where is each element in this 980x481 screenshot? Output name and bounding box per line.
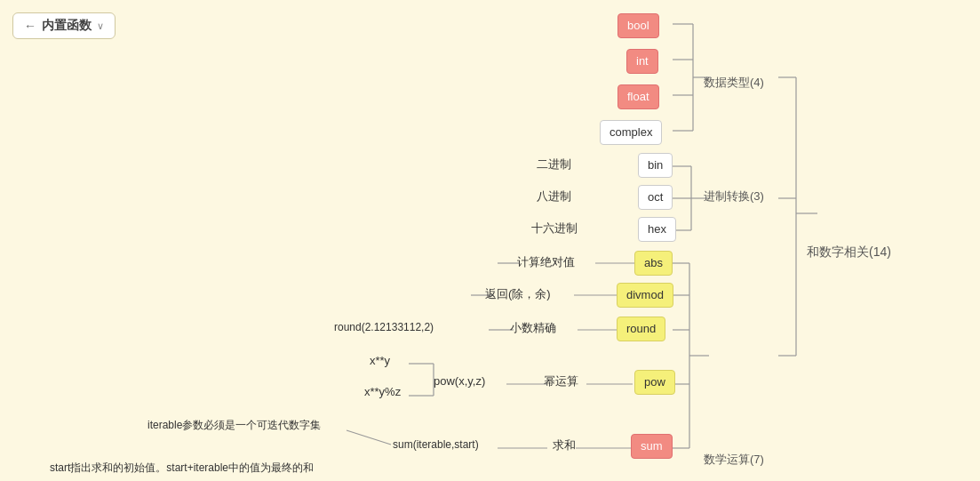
node-math-ops: 数学运算(7)	[697, 448, 771, 471]
node-sum-example: sum(iterable,start)	[387, 434, 484, 455]
node-num-related: 和数字相关(14)	[800, 240, 898, 264]
nav-bar[interactable]: ← 内置函数 ∨	[12, 12, 116, 39]
node-bool: bool	[617, 13, 659, 38]
node-iterable-note: iterable参数必须是一个可迭代数字集	[142, 414, 326, 436]
node-data-type: 数据类型(4)	[697, 71, 771, 94]
nav-title: 内置函数	[42, 18, 92, 34]
node-oct-label: 八进制	[531, 185, 577, 208]
node-divmod: divmod	[617, 283, 673, 308]
node-hex-label: 十六进制	[526, 217, 583, 240]
nav-chevron: ∨	[97, 20, 104, 32]
node-float: float	[617, 84, 659, 109]
back-icon: ←	[24, 19, 36, 33]
node-bin-label: 二进制	[531, 153, 577, 176]
node-hex: hex	[638, 217, 676, 242]
node-oct: oct	[638, 185, 673, 210]
svg-line-21	[347, 430, 391, 445]
node-round-label: 小数精确	[505, 317, 562, 340]
node-pow-example: pow(x,y,z)	[428, 370, 490, 393]
node-base-conv: 进制转换(3)	[697, 185, 771, 208]
node-bin: bin	[638, 153, 673, 178]
node-xpowyz: x**y%z	[359, 381, 406, 404]
node-sum-label: 求和	[547, 434, 581, 457]
node-sum: sum	[631, 434, 673, 459]
node-start-note: start指出求和的初始值。start+iterable中的值为最终的和	[44, 457, 319, 478]
node-round: round	[617, 317, 665, 341]
node-round-example: round(2.12133112,2)	[329, 317, 439, 338]
node-xpowy: x**y	[364, 349, 395, 373]
node-pow: pow	[634, 370, 675, 395]
mind-map: ← 内置函数 ∨	[0, 0, 980, 481]
node-abs-label: 计算绝对值	[512, 251, 580, 274]
node-pow-label: 幂运算	[538, 370, 584, 393]
node-complex: complex	[600, 120, 662, 145]
node-divmod-label: 返回(除，余)	[480, 283, 556, 306]
node-abs: abs	[634, 251, 673, 276]
node-int: int	[626, 49, 658, 74]
